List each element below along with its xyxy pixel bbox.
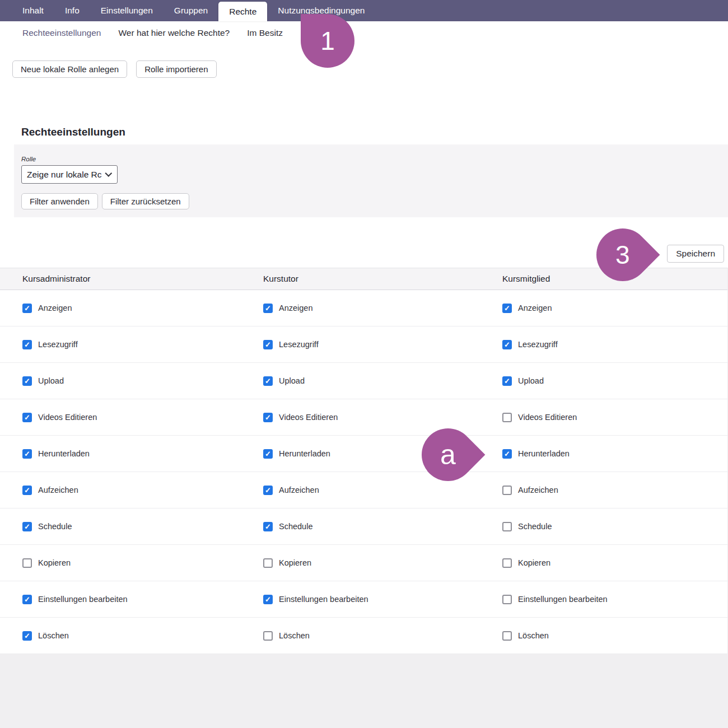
- apply-filter-button[interactable]: Filter anwenden: [21, 193, 98, 209]
- permission-cell: Löschen: [22, 631, 263, 641]
- import-role-button[interactable]: Rolle importieren: [136, 60, 216, 78]
- permission-cell: Aufzeichen: [502, 486, 727, 495]
- permission-label: Aufzeichen: [279, 486, 319, 494]
- reset-filter-button[interactable]: Filter zurücksetzen: [102, 193, 189, 209]
- permission-label: Upload: [279, 376, 305, 385]
- permission-cell: Videos Editieren: [263, 413, 502, 422]
- table-row: ScheduleScheduleSchedule: [0, 508, 727, 545]
- permission-checkbox[interactable]: [22, 558, 32, 568]
- role-select[interactable]: Zeige nur lokale Rc: [21, 165, 118, 184]
- permission-cell: Einstellungen bearbeiten: [502, 595, 727, 604]
- permission-label: Löschen: [518, 631, 549, 640]
- permission-label: Schedule: [279, 522, 312, 531]
- permission-label: Einstellungen bearbeiten: [279, 595, 368, 604]
- top-navigation: Inhalt Info Einstellungen Gruppen Rechte…: [0, 0, 728, 21]
- permission-checkbox[interactable]: [263, 558, 273, 568]
- permission-checkbox[interactable]: [263, 413, 273, 422]
- permission-checkbox[interactable]: [22, 449, 32, 459]
- permission-checkbox[interactable]: [22, 340, 32, 349]
- permission-checkbox[interactable]: [22, 522, 32, 531]
- permission-label: Upload: [38, 376, 64, 385]
- callout-1-label: 1: [320, 28, 335, 54]
- permission-checkbox[interactable]: [263, 522, 273, 531]
- tab-einstellungen[interactable]: Einstellungen: [90, 0, 164, 21]
- permission-checkbox[interactable]: [263, 340, 273, 349]
- filter-panel: Rolle Zeige nur lokale Rc Filter anwende…: [14, 144, 728, 217]
- permission-label: Aufzeichen: [518, 486, 558, 494]
- permission-label: Schedule: [518, 522, 552, 531]
- permission-checkbox[interactable]: [22, 413, 32, 422]
- permission-checkbox[interactable]: [263, 376, 273, 386]
- permission-cell: Herunterladen: [22, 449, 263, 459]
- permission-cell: Einstellungen bearbeiten: [22, 595, 263, 604]
- role-field-label: Rolle: [21, 156, 728, 162]
- permissions-rows: AnzeigenAnzeigenAnzeigenLesezugriffLesez…: [0, 290, 727, 654]
- permission-cell: Aufzeichen: [263, 486, 502, 495]
- permission-cell: Upload: [263, 376, 502, 386]
- permission-checkbox[interactable]: [263, 595, 273, 604]
- permission-checkbox[interactable]: [502, 340, 512, 349]
- permission-label: Herunterladen: [38, 449, 90, 458]
- callout-a-label: a: [440, 441, 456, 469]
- permission-checkbox[interactable]: [263, 486, 273, 495]
- permission-label: Herunterladen: [518, 449, 570, 458]
- column-header-kursadministrator: Kursadministrator: [22, 274, 263, 284]
- save-button[interactable]: Speichern: [667, 245, 724, 263]
- permission-cell: Videos Editieren: [502, 413, 727, 422]
- permission-checkbox[interactable]: [502, 304, 512, 313]
- permission-checkbox[interactable]: [22, 595, 32, 604]
- permission-checkbox[interactable]: [263, 304, 273, 313]
- permission-checkbox[interactable]: [263, 631, 273, 641]
- footer-background: [0, 654, 728, 728]
- permission-checkbox[interactable]: [22, 376, 32, 386]
- table-row: HerunterladenHerunterladenHerunterladen: [0, 436, 727, 472]
- permission-label: Löschen: [38, 631, 69, 640]
- permission-label: Videos Editieren: [518, 413, 577, 422]
- permission-cell: Upload: [22, 376, 263, 386]
- permission-cell: Anzeigen: [22, 304, 263, 313]
- permission-checkbox[interactable]: [502, 631, 512, 641]
- role-actions-row: Neue lokale Rolle anlegen Rolle importie…: [12, 60, 728, 78]
- permission-cell: Kopieren: [22, 558, 263, 568]
- permissions-table: Kursadministrator Kurstutor Kursmitglied…: [0, 268, 728, 654]
- permission-label: Lesezugriff: [38, 340, 78, 349]
- permission-cell: Kopieren: [502, 558, 727, 568]
- permission-checkbox[interactable]: [502, 522, 512, 531]
- permission-label: Löschen: [279, 631, 310, 640]
- table-row: Videos EditierenVideos EditierenVideos E…: [0, 399, 727, 436]
- permission-cell: Einstellungen bearbeiten: [263, 595, 502, 604]
- subnav-im-besitz[interactable]: Im Besitz: [247, 28, 283, 38]
- permission-cell: Kopieren: [263, 558, 502, 568]
- permission-checkbox[interactable]: [22, 631, 32, 641]
- new-local-role-button[interactable]: Neue lokale Rolle anlegen: [12, 60, 127, 78]
- permission-label: Kopieren: [38, 558, 71, 567]
- tab-inhalt[interactable]: Inhalt: [12, 0, 54, 21]
- tab-gruppen[interactable]: Gruppen: [164, 0, 218, 21]
- subnav-rechteeinstellungen[interactable]: Rechteeinstellungen: [22, 28, 101, 38]
- permission-checkbox[interactable]: [22, 304, 32, 313]
- permission-cell: Löschen: [502, 631, 727, 641]
- permission-cell: Aufzeichen: [22, 486, 263, 495]
- permission-cell: Lesezugriff: [502, 340, 727, 349]
- permission-label: Anzeigen: [518, 304, 552, 312]
- callout-3-label: 3: [615, 242, 630, 268]
- subnav-wer-hat-welche-rechte[interactable]: Wer hat hier welche Rechte?: [118, 28, 230, 38]
- permission-checkbox[interactable]: [263, 449, 273, 459]
- page: Inhalt Info Einstellungen Gruppen Rechte…: [0, 0, 728, 728]
- permission-checkbox[interactable]: [502, 595, 512, 604]
- permission-cell: Herunterladen: [502, 449, 727, 459]
- table-row: AufzeichenAufzeichenAufzeichen: [0, 472, 727, 508]
- tab-info[interactable]: Info: [54, 0, 90, 21]
- permission-cell: Löschen: [263, 631, 502, 641]
- permission-label: Lesezugriff: [518, 340, 558, 349]
- permission-checkbox[interactable]: [502, 558, 512, 568]
- chevron-down-icon: [105, 170, 112, 177]
- table-row: UploadUploadUpload: [0, 363, 727, 399]
- permission-label: Upload: [518, 376, 544, 385]
- permission-checkbox[interactable]: [502, 486, 512, 495]
- tab-rechte[interactable]: Rechte: [218, 2, 267, 21]
- permission-checkbox[interactable]: [502, 413, 512, 422]
- permission-checkbox[interactable]: [502, 449, 512, 459]
- permission-checkbox[interactable]: [22, 486, 32, 495]
- permission-checkbox[interactable]: [502, 376, 512, 386]
